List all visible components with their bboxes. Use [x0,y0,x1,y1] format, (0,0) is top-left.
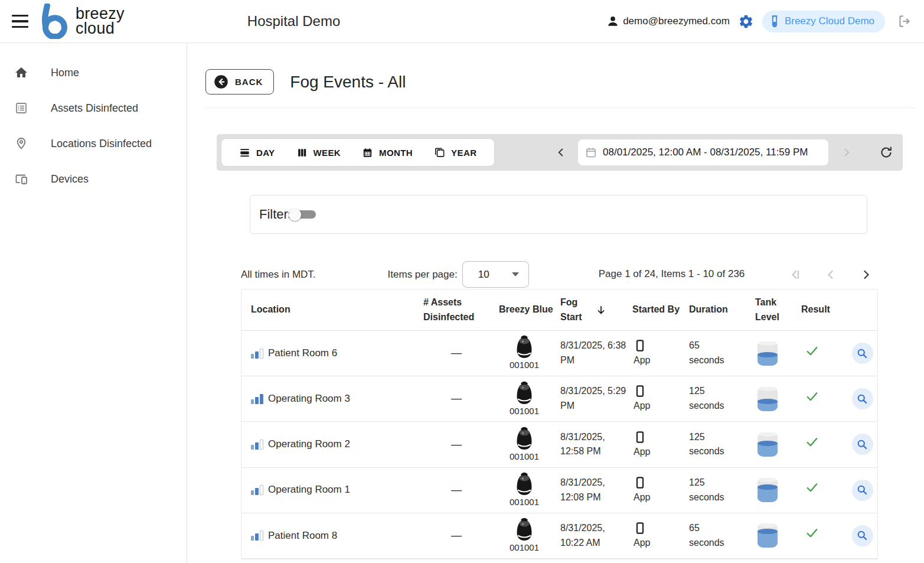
column-header-location[interactable]: Location [241,302,419,317]
tank-level-icon [758,432,778,457]
location-cell: Patient Room 6 [241,346,419,361]
person-icon [606,15,619,28]
previous-range-button[interactable] [552,144,570,161]
pagination-controls [788,268,878,282]
location-bars-icon [251,531,263,541]
tank-fill [758,401,778,411]
location-bars-icon [251,394,263,404]
date-range-toolbar: DAY WEEK [217,134,903,171]
smartphone-icon [634,521,647,535]
back-button[interactable]: BACK [205,69,274,95]
column-header-started-by[interactable]: Started By [628,302,684,317]
column-header-tank-level[interactable]: Tank Level [750,295,796,325]
items-per-page-select[interactable]: 10 [462,261,529,288]
tank-level-cell [750,341,796,366]
range-button-group: DAY WEEK [221,139,494,166]
column-header-breezy-blue[interactable]: Breezy Blue [494,302,556,317]
date-range-input[interactable]: 08/01/2025, 12:00 AM - 08/31/2025, 11:59… [578,139,828,165]
app-logo: breezy cloud [38,4,125,39]
chevron-left-icon [824,268,838,282]
fog-start-value: 8/31/2025, 10:22 AM [556,521,628,551]
device-id: 001001 [510,404,539,418]
sidebar-item-home[interactable]: Home [0,55,187,90]
user-menu[interactable]: demo@breezymed.com [606,15,730,28]
gear-icon [738,14,754,30]
location-name: Operating Room 2 [268,437,350,452]
started-by-value: App [634,399,650,414]
sidebar-item-assets-disinfected[interactable]: Assets Disinfected [0,90,187,126]
next-range-button[interactable] [838,144,856,161]
filters-toggle[interactable] [295,208,318,221]
week-view-button[interactable]: WEEK [286,139,352,166]
settings-button[interactable] [738,14,754,30]
success-check-icon [805,435,819,450]
magnifier-icon [856,484,869,496]
fog-start-value: 8/31/2025, 12:58 PM [556,430,628,460]
column-header-duration[interactable]: Duration [684,302,750,317]
duration-cell: 65 seconds [684,521,750,551]
location-bars-icon [251,485,263,495]
tank-level-cell [750,523,796,548]
chevron-right-icon [859,268,873,282]
sidebar-item-label: Devices [51,173,89,186]
table-row: Operating Room 3 — 001001 8/31/2025, 5:2… [241,376,877,422]
tank-level-icon [758,341,778,366]
first-page-button[interactable] [788,268,802,282]
device-id: 001001 [510,495,539,509]
title-row: BACK Fog Events - All [205,69,915,108]
day-view-button[interactable]: DAY [228,139,286,166]
success-check-icon [805,526,819,541]
chevron-down-icon [512,272,519,276]
duration-cell: 65 seconds [684,339,750,368]
view-day-icon [239,147,250,158]
logout-button[interactable] [897,14,912,29]
tank-level-icon [758,523,778,548]
device-id: 001001 [510,450,539,463]
started-by-cell: App [628,339,684,368]
breezy-blue-cell: 001001 [498,334,551,372]
items-per-page-label: Items per page: [388,269,458,281]
success-check-icon [805,480,819,495]
column-header-assets-disinfected[interactable]: # Assets Disinfected [419,295,494,325]
assets-disinfected-value: — [419,345,494,362]
view-details-button[interactable] [852,480,873,501]
menu-button[interactable] [12,15,30,28]
view-details-button[interactable] [852,525,873,546]
action-cell [846,388,879,409]
tank-level-cell [750,478,796,502]
fogger-device-icon [513,380,536,405]
chevron-left-icon [554,146,567,159]
assets-disinfected-value: — [419,390,494,407]
refresh-icon [879,145,893,160]
sidebar-item-locations-disinfected[interactable]: Locations Disinfected [0,126,187,161]
year-view-button[interactable]: YEAR [423,139,487,166]
magnifier-icon [856,529,869,542]
breezy-blue-cell: 001001 [498,380,551,418]
location-bars-icon [251,349,263,359]
duration-cell: 125 seconds [684,384,750,414]
started-by-cell: App [628,430,684,460]
result-cell [796,480,846,500]
environment-badge[interactable]: Breezy Cloud Demo [762,11,885,32]
date-range-value: 08/01/2025, 12:00 AM - 08/31/2025, 11:59… [603,147,808,158]
assets-disinfected-value: — [419,528,494,544]
location-cell: Patient Room 8 [241,528,419,544]
column-header-result[interactable]: Result [796,302,846,317]
previous-page-button[interactable] [824,268,838,282]
sidebar-item-devices[interactable]: Devices [0,161,187,197]
next-page-button[interactable] [859,268,873,282]
toggle-thumb [289,209,301,221]
view-details-button[interactable] [852,343,873,364]
smartphone-icon [634,339,647,353]
logout-icon [897,14,912,29]
breezy-logo-icon [38,4,72,39]
column-header-fog-start[interactable]: Fog Start [556,295,628,325]
breezy-blue-cell: 001001 [498,426,551,463]
calendar-month-icon [362,147,373,158]
refresh-button[interactable] [879,145,893,160]
duration-cell: 125 seconds [684,430,750,460]
view-details-button[interactable] [852,388,873,409]
month-view-button[interactable]: MONTH [351,139,423,166]
breezy-blue-cell: 001001 [498,517,551,554]
view-details-button[interactable] [852,434,873,455]
